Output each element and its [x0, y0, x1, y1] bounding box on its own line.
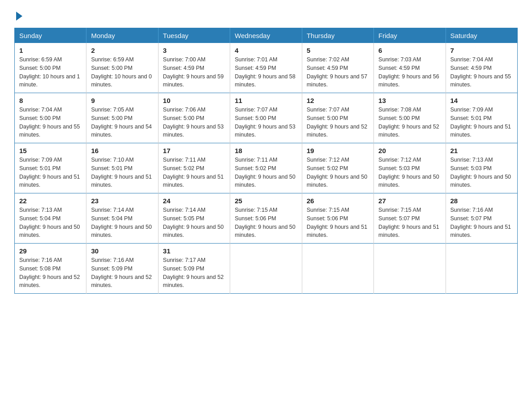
day-info: Sunrise: 6:59 AMSunset: 5:00 PMDaylight:…	[19, 56, 80, 88]
calendar-cell: 17 Sunrise: 7:11 AMSunset: 5:02 PMDaylig…	[158, 143, 230, 193]
calendar-cell: 15 Sunrise: 7:09 AMSunset: 5:01 PMDaylig…	[15, 143, 86, 193]
day-number: 17	[163, 147, 225, 154]
day-info: Sunrise: 7:07 AMSunset: 5:00 PMDaylight:…	[235, 107, 296, 138]
day-number: 15	[19, 147, 82, 154]
weekday-header-tuesday: Tuesday	[158, 28, 230, 43]
logo	[14, 11, 22, 19]
day-number: 21	[450, 147, 513, 154]
calendar-cell: 14 Sunrise: 7:09 AMSunset: 5:01 PMDaylig…	[446, 93, 517, 143]
calendar-cell: 25 Sunrise: 7:15 AMSunset: 5:06 PMDaylig…	[230, 193, 302, 244]
day-number: 30	[91, 247, 153, 255]
day-info: Sunrise: 7:16 AMSunset: 5:07 PMDaylight:…	[450, 207, 511, 238]
day-number: 8	[19, 97, 82, 104]
calendar-cell: 29 Sunrise: 7:16 AMSunset: 5:08 PMDaylig…	[15, 244, 86, 294]
day-info: Sunrise: 7:11 AMSunset: 5:02 PMDaylight:…	[163, 157, 224, 188]
calendar-cell: 1 Sunrise: 6:59 AMSunset: 5:00 PMDayligh…	[15, 43, 86, 93]
day-number: 20	[378, 147, 441, 154]
calendar-cell: 18 Sunrise: 7:11 AMSunset: 5:02 PMDaylig…	[230, 143, 302, 193]
day-number: 4	[235, 47, 297, 54]
calendar-cell: 3 Sunrise: 7:00 AMSunset: 4:59 PMDayligh…	[158, 43, 230, 93]
weekday-header-saturday: Saturday	[446, 28, 517, 43]
day-info: Sunrise: 7:06 AMSunset: 5:00 PMDaylight:…	[163, 107, 224, 138]
day-info: Sunrise: 7:10 AMSunset: 5:01 PMDaylight:…	[91, 157, 152, 188]
day-info: Sunrise: 7:11 AMSunset: 5:02 PMDaylight:…	[235, 157, 296, 188]
day-info: Sunrise: 7:15 AMSunset: 5:07 PMDaylight:…	[378, 207, 439, 238]
day-info: Sunrise: 7:15 AMSunset: 5:06 PMDaylight:…	[307, 207, 368, 238]
calendar-cell: 19 Sunrise: 7:12 AMSunset: 5:02 PMDaylig…	[302, 143, 373, 193]
day-number: 23	[91, 197, 153, 205]
day-info: Sunrise: 7:04 AMSunset: 5:00 PMDaylight:…	[19, 107, 80, 138]
weekday-header-monday: Monday	[86, 28, 158, 43]
calendar-cell: 10 Sunrise: 7:06 AMSunset: 5:00 PMDaylig…	[158, 93, 230, 143]
day-number: 7	[450, 47, 513, 54]
day-number: 11	[235, 97, 297, 104]
day-info: Sunrise: 7:01 AMSunset: 4:59 PMDaylight:…	[235, 56, 296, 88]
day-number: 26	[307, 197, 369, 205]
calendar-cell: 9 Sunrise: 7:05 AMSunset: 5:00 PMDayligh…	[86, 93, 158, 143]
calendar-cell: 4 Sunrise: 7:01 AMSunset: 4:59 PMDayligh…	[230, 43, 302, 93]
calendar-week-2: 8 Sunrise: 7:04 AMSunset: 5:00 PMDayligh…	[15, 93, 518, 143]
calendar-cell: 26 Sunrise: 7:15 AMSunset: 5:06 PMDaylig…	[302, 193, 373, 244]
weekday-header-friday: Friday	[374, 28, 446, 43]
calendar-cell: 24 Sunrise: 7:14 AMSunset: 5:05 PMDaylig…	[158, 193, 230, 244]
weekday-header-row: SundayMondayTuesdayWednesdayThursdayFrid…	[15, 28, 518, 43]
day-info: Sunrise: 7:16 AMSunset: 5:09 PMDaylight:…	[91, 257, 152, 288]
calendar-cell: 16 Sunrise: 7:10 AMSunset: 5:01 PMDaylig…	[86, 143, 158, 193]
calendar-cell	[230, 244, 302, 294]
day-info: Sunrise: 7:13 AMSunset: 5:04 PMDaylight:…	[19, 207, 80, 238]
day-info: Sunrise: 7:13 AMSunset: 5:03 PMDaylight:…	[450, 157, 511, 188]
calendar-cell: 12 Sunrise: 7:07 AMSunset: 5:00 PMDaylig…	[302, 93, 373, 143]
day-number: 1	[19, 47, 82, 54]
day-info: Sunrise: 7:05 AMSunset: 5:00 PMDaylight:…	[91, 107, 152, 138]
day-info: Sunrise: 6:59 AMSunset: 5:00 PMDaylight:…	[91, 56, 152, 88]
calendar-cell: 5 Sunrise: 7:02 AMSunset: 4:59 PMDayligh…	[302, 43, 373, 93]
calendar-cell: 22 Sunrise: 7:13 AMSunset: 5:04 PMDaylig…	[15, 193, 86, 244]
logo-arrow-icon	[16, 12, 22, 21]
day-number: 18	[235, 147, 297, 154]
calendar-cell: 8 Sunrise: 7:04 AMSunset: 5:00 PMDayligh…	[15, 93, 86, 143]
day-info: Sunrise: 7:03 AMSunset: 4:59 PMDaylight:…	[378, 56, 439, 88]
calendar-cell	[302, 244, 373, 294]
calendar-table: SundayMondayTuesdayWednesdayThursdayFrid…	[14, 28, 518, 294]
day-number: 14	[450, 97, 513, 104]
calendar-cell: 20 Sunrise: 7:12 AMSunset: 5:03 PMDaylig…	[374, 143, 446, 193]
day-info: Sunrise: 7:12 AMSunset: 5:02 PMDaylight:…	[307, 157, 368, 188]
day-info: Sunrise: 7:02 AMSunset: 4:59 PMDaylight:…	[307, 56, 368, 88]
calendar-cell: 28 Sunrise: 7:16 AMSunset: 5:07 PMDaylig…	[446, 193, 517, 244]
day-number: 13	[378, 97, 441, 104]
day-number: 5	[307, 47, 369, 54]
day-info: Sunrise: 7:17 AMSunset: 5:09 PMDaylight:…	[163, 257, 224, 288]
calendar-cell: 30 Sunrise: 7:16 AMSunset: 5:09 PMDaylig…	[86, 244, 158, 294]
day-number: 10	[163, 97, 225, 104]
day-number: 9	[91, 97, 153, 104]
weekday-header-sunday: Sunday	[15, 28, 86, 43]
calendar-cell: 6 Sunrise: 7:03 AMSunset: 4:59 PMDayligh…	[374, 43, 446, 93]
calendar-week-4: 22 Sunrise: 7:13 AMSunset: 5:04 PMDaylig…	[15, 193, 518, 244]
day-number: 31	[163, 247, 225, 255]
day-info: Sunrise: 7:14 AMSunset: 5:04 PMDaylight:…	[91, 207, 152, 238]
calendar-cell	[446, 244, 517, 294]
calendar-cell: 13 Sunrise: 7:08 AMSunset: 5:00 PMDaylig…	[374, 93, 446, 143]
day-number: 28	[450, 197, 513, 205]
day-number: 6	[378, 47, 441, 54]
calendar-cell: 11 Sunrise: 7:07 AMSunset: 5:00 PMDaylig…	[230, 93, 302, 143]
day-number: 16	[91, 147, 153, 154]
calendar-week-5: 29 Sunrise: 7:16 AMSunset: 5:08 PMDaylig…	[15, 244, 518, 294]
day-info: Sunrise: 7:07 AMSunset: 5:00 PMDaylight:…	[307, 107, 368, 138]
day-info: Sunrise: 7:09 AMSunset: 5:01 PMDaylight:…	[450, 107, 511, 138]
day-number: 29	[19, 247, 82, 255]
calendar-cell: 2 Sunrise: 6:59 AMSunset: 5:00 PMDayligh…	[86, 43, 158, 93]
day-info: Sunrise: 7:04 AMSunset: 4:59 PMDaylight:…	[450, 56, 511, 88]
day-info: Sunrise: 7:08 AMSunset: 5:00 PMDaylight:…	[378, 107, 439, 138]
day-number: 3	[163, 47, 225, 54]
calendar-cell: 21 Sunrise: 7:13 AMSunset: 5:03 PMDaylig…	[446, 143, 517, 193]
calendar-cell	[374, 244, 446, 294]
day-info: Sunrise: 7:12 AMSunset: 5:03 PMDaylight:…	[378, 157, 439, 188]
day-number: 19	[307, 147, 369, 154]
day-info: Sunrise: 7:00 AMSunset: 4:59 PMDaylight:…	[163, 56, 224, 88]
calendar-cell: 27 Sunrise: 7:15 AMSunset: 5:07 PMDaylig…	[374, 193, 446, 244]
weekday-header-wednesday: Wednesday	[230, 28, 302, 43]
day-info: Sunrise: 7:16 AMSunset: 5:08 PMDaylight:…	[19, 257, 80, 288]
calendar-cell: 23 Sunrise: 7:14 AMSunset: 5:04 PMDaylig…	[86, 193, 158, 244]
day-number: 27	[378, 197, 441, 205]
